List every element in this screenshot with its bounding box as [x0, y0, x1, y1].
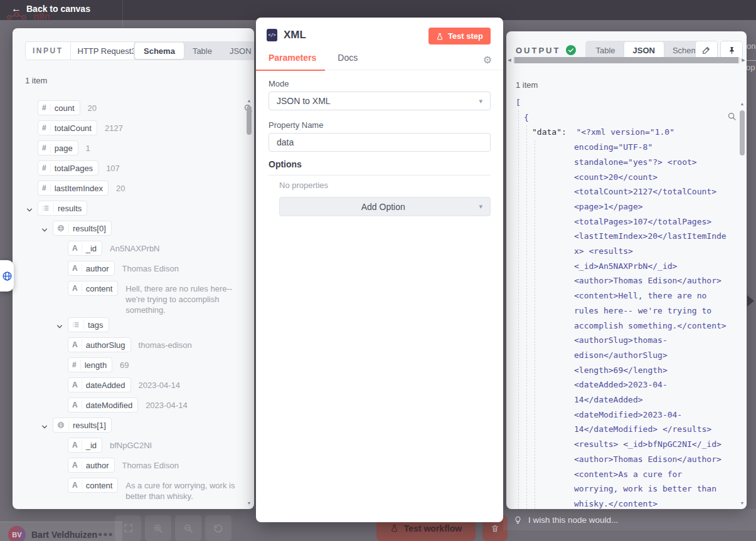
schema-key-pill[interactable]: AdateAdded [68, 377, 131, 392]
schema-tree-row[interactable]: AauthorThomas Edison [13, 259, 246, 279]
schema-tree-row[interactable]: #count20 [13, 98, 246, 118]
input-source-button[interactable]: HTTP Request3 [70, 42, 143, 60]
mode-select[interactable]: JSON to XML ▾ [269, 92, 491, 110]
schema-value: 69 [120, 360, 246, 370]
schema-key-pill[interactable]: #length [68, 357, 112, 372]
output-horizontal-scrollbar[interactable]: ◀ ▶ [508, 57, 745, 63]
schema-tree-row[interactable]: AcontentHell, there are no rules here-- … [13, 279, 246, 315]
scroll-up-icon[interactable]: ▲ [246, 98, 252, 103]
schema-tree-row[interactable]: results [13, 199, 246, 219]
schema-tree-row[interactable]: AauthorThomas Edison [13, 456, 246, 476]
schema-key-pill[interactable]: #totalPages [38, 160, 98, 176]
tab-json[interactable]: JSON [624, 42, 664, 58]
schema-tree-row[interactable]: results[1] [13, 416, 246, 436]
string-type-icon: A [72, 243, 82, 253]
schema-key-pill[interactable]: A_id [68, 241, 102, 256]
gear-icon[interactable]: ⚙ [483, 54, 492, 66]
schema-tree-row[interactable]: #length69 [13, 355, 246, 376]
output-scrollbar[interactable]: ▲ ▼ [739, 102, 745, 505]
test-step-button[interactable]: Test step [429, 28, 491, 45]
schema-tree-row[interactable]: #totalPages107 [13, 159, 246, 179]
zoom-out-button[interactable] [175, 515, 201, 541]
next-node-arrow-icon[interactable] [747, 295, 754, 307]
tab-json[interactable]: JSON [221, 43, 254, 59]
schema-tree-row[interactable]: AauthorSlugthomas-edison [13, 335, 246, 355]
json-output-line: <lastItemIndex>20</lastItemInde [506, 229, 738, 244]
xml-node-icon: </> [267, 29, 277, 41]
scroll-left-icon[interactable]: ◀ [506, 58, 513, 63]
schema-tree-row[interactable]: results[0] [13, 219, 246, 239]
json-output-line: accomplish something.</content> [506, 318, 738, 334]
chevron-down-icon[interactable] [56, 317, 68, 332]
schema-key: _id [86, 244, 97, 253]
schema-key-pill[interactable]: A_id [68, 438, 102, 453]
add-option-label: Add Option [287, 202, 479, 212]
schema-tree-row[interactable]: AdateModified2023-04-14 [13, 396, 246, 416]
success-check-icon [566, 45, 576, 55]
chevron-down-icon[interactable] [41, 418, 53, 433]
schema-key: content [86, 481, 113, 490]
schema-key: tags [88, 320, 104, 330]
schema-tree-row[interactable]: #page1 [13, 139, 246, 159]
string-type-icon: A [72, 340, 82, 350]
schema-key-pill[interactable]: tags [68, 317, 109, 332]
background-text-fragment: one [747, 41, 756, 51]
scroll-down-icon[interactable]: ▼ [246, 501, 252, 505]
schema-key: count [55, 103, 75, 113]
schema-tree-row[interactable]: A_idbfNpGC2NI [13, 436, 246, 456]
schema-key-pill[interactable]: #count [38, 100, 80, 115]
schema-key-pill[interactable]: Acontent [68, 478, 118, 493]
avatar[interactable]: BV [8, 526, 26, 541]
schema-key-pill[interactable]: #totalCount [38, 120, 97, 135]
chevron-down-icon: ▾ [479, 202, 482, 211]
schema-tree-row[interactable]: tags [13, 315, 246, 335]
add-option-select[interactable]: Add Option ▾ [279, 197, 491, 216]
schema-key-pill[interactable]: results[1] [53, 418, 112, 433]
scroll-right-icon[interactable]: ▶ [740, 58, 747, 63]
schema-key-pill[interactable]: Acontent [68, 281, 118, 296]
chevron-down-icon[interactable] [41, 221, 53, 236]
tab-parameters[interactable]: Parameters [256, 53, 316, 70]
string-type-icon: A [72, 400, 82, 410]
json-output-line: 14</dateAdded> [506, 392, 738, 407]
back-arrow-icon: ← [11, 4, 21, 13]
schema-tree-row[interactable]: AdateAdded2023-04-14 [13, 376, 246, 396]
tab-table[interactable]: Table [184, 43, 221, 59]
schema-value: Hell, there are no rules here-- we're tr… [125, 283, 246, 315]
schema-key-pill[interactable]: results[0] [53, 221, 112, 236]
tab-table[interactable]: Table [587, 42, 624, 58]
schema-value: 107 [106, 163, 246, 174]
chevron-down-icon[interactable] [26, 201, 38, 216]
schema-key-pill[interactable]: Aauthor [68, 261, 115, 276]
schema-key: author [86, 264, 109, 273]
json-output-view[interactable]: [{"data": "<?xml version="1.0"encoding="… [506, 95, 738, 509]
fit-view-button[interactable] [115, 515, 141, 541]
schema-key-pill[interactable]: Aauthor [68, 458, 115, 473]
schema-tree-row[interactable]: #lastItemIndex20 [13, 179, 246, 199]
scroll-down-icon[interactable]: ▼ [739, 501, 745, 505]
back-to-canvas-button[interactable]: ← Back to canvas [11, 4, 90, 14]
tab-schema[interactable]: Schema [135, 43, 184, 59]
zoom-in-button[interactable] [145, 515, 171, 541]
schema-tree-row[interactable]: #totalCount2127 [13, 118, 246, 139]
json-output-line: encoding="UTF-8" [506, 140, 738, 155]
schema-key-pill[interactable]: #lastItemIndex [38, 181, 109, 196]
schema-key-pill[interactable]: #page [38, 140, 78, 155]
json-output-line: <dateModified>2023-04- [506, 407, 738, 423]
schema-tree-row[interactable]: AcontentAs a cure for worrying, work is … [13, 476, 246, 502]
node-feedback-link[interactable]: I wish this node would... [503, 509, 756, 530]
json-output-line: "data": "<?xml version="1.0" [506, 125, 738, 140]
schema-key-pill[interactable]: AdateModified [68, 397, 138, 412]
browser-extension-tab[interactable] [0, 260, 14, 292]
reset-zoom-button[interactable] [205, 515, 232, 541]
scroll-up-icon[interactable]: ▲ [739, 102, 745, 106]
json-output-line: standalone="yes"?> <root> [506, 155, 738, 170]
tab-docs[interactable]: Docs [316, 53, 358, 70]
schema-key-pill[interactable]: AauthorSlug [68, 337, 131, 352]
schema-tree-row[interactable]: A_idAn5NAXPrbN [13, 239, 246, 259]
user-menu-button[interactable]: ●●● [98, 530, 114, 538]
json-output-line: { [506, 110, 738, 125]
input-scrollbar[interactable]: ▲ ▼ [246, 98, 252, 505]
property-name-input[interactable]: data [269, 133, 491, 152]
schema-key-pill[interactable]: results [38, 201, 87, 216]
